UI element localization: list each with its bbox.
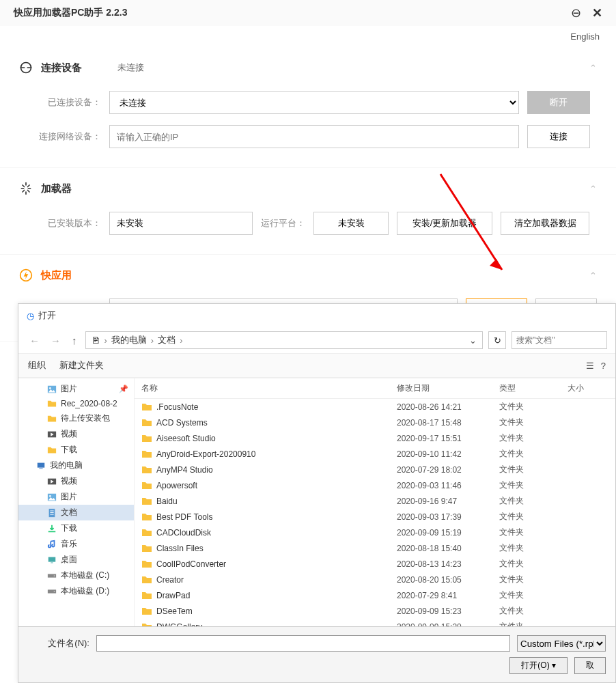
collapse-icon[interactable]: ⌃	[589, 63, 597, 73]
collapse-icon[interactable]: ⌃	[589, 270, 597, 281]
sidebar-item-12[interactable]: 本地磁盘 (C:)	[18, 568, 134, 583]
col-size[interactable]: 大小	[568, 382, 608, 394]
sidebar-item-label: 待上传安装包	[61, 413, 110, 424]
file-row[interactable]: Aiseesoft Studio2020-09-17 15:51文件夹	[135, 430, 615, 446]
sidebar-item-7[interactable]: 图片	[18, 489, 134, 505]
file-row[interactable]: ACD Systems2020-08-17 15:48文件夹	[135, 415, 615, 430]
sidebar-item-5[interactable]: 我的电脑	[18, 458, 134, 473]
sidebar-item-4[interactable]: 下载	[18, 442, 134, 458]
sidebar-item-label: Rec_2020-08-2	[61, 399, 117, 408]
collapse-icon[interactable]: ⌃	[589, 184, 597, 194]
breadcrumb-dropdown-icon[interactable]: ⌄	[469, 335, 477, 346]
quickapp-icon	[19, 268, 33, 282]
svg-point-28	[54, 591, 55, 592]
open-button[interactable]: 打开(O) ▾	[509, 657, 568, 674]
file-modified: 2020-08-17 15:48	[397, 418, 499, 428]
folder-icon	[141, 574, 152, 585]
sidebar-item-11[interactable]: 桌面	[18, 552, 134, 568]
breadcrumb-2[interactable]: 文档	[158, 334, 176, 346]
dl-icon	[47, 524, 57, 533]
language-toggle[interactable]: English	[570, 31, 600, 42]
file-row[interactable]: DrawPad2020-07-29 8:41文件夹	[135, 587, 615, 603]
file-modified: 2020-09-03 17:39	[397, 512, 499, 522]
file-row[interactable]: CADCloudDisk2020-09-09 15:19文件夹	[135, 525, 615, 540]
sidebar-item-label: 本地磁盘 (D:)	[61, 585, 109, 597]
file-modified: 2020-07-29 18:02	[397, 465, 499, 475]
file-row[interactable]: AnyMP4 Studio2020-07-29 18:02文件夹	[135, 462, 615, 477]
file-name: Aiseesoft Studio	[156, 434, 397, 443]
file-name: ClassIn Files	[156, 544, 397, 553]
file-row[interactable]: DWGGallery2020-09-09 15:20文件夹	[135, 619, 615, 626]
install-update-button[interactable]: 安装/更新加载器	[397, 212, 492, 235]
file-name: .FocusNote	[156, 402, 397, 412]
sidebar-item-13[interactable]: 本地磁盘 (D:)	[18, 583, 134, 599]
col-type[interactable]: 类型	[499, 382, 568, 394]
file-row[interactable]: Apowersoft2020-09-03 11:46文件夹	[135, 477, 615, 493]
connect-button[interactable]: 连接	[527, 125, 590, 148]
forward-button[interactable]: →	[48, 333, 64, 348]
sidebar-item-0[interactable]: 图片📌	[18, 381, 134, 397]
sidebar-item-label: 下载	[61, 444, 77, 456]
search-input[interactable]	[512, 331, 607, 349]
file-name: AnyDroid-Export-20200910	[156, 449, 397, 459]
view-mode-button[interactable]: ☰	[586, 361, 594, 371]
new-folder-button[interactable]: 新建文件夹	[59, 359, 104, 372]
organize-menu[interactable]: 组织	[28, 359, 46, 372]
network-ip-input[interactable]	[109, 125, 519, 148]
file-type: 文件夹	[499, 511, 568, 522]
close-icon[interactable]: ✕	[592, 5, 602, 20]
file-type: 文件夹	[499, 479, 568, 491]
not-installed-button[interactable]: 未安装	[313, 212, 389, 235]
minimize-icon[interactable]: ⊖	[571, 5, 581, 20]
file-filter-select[interactable]: Custom Files (*.rpk)	[517, 635, 606, 652]
file-row[interactable]: Best PDF Tools2020-09-03 17:39文件夹	[135, 509, 615, 525]
connected-device-select[interactable]: 未连接	[109, 91, 519, 114]
sidebar-item-3[interactable]: 视频	[18, 426, 134, 442]
file-row[interactable]: CoolIPodConverter2020-08-13 14:23文件夹	[135, 556, 615, 572]
svg-rect-22	[48, 531, 56, 532]
network-device-label: 连接网络设备：	[19, 130, 101, 143]
svg-line-6	[28, 191, 30, 193]
col-modified[interactable]: 修改日期	[397, 382, 499, 394]
filename-label: 文件名(N):	[28, 637, 89, 650]
file-name: ACD Systems	[156, 418, 397, 428]
file-modified: 2020-08-20 15:05	[397, 575, 499, 585]
clear-data-button[interactable]: 清空加载器数据	[501, 212, 589, 235]
help-button[interactable]: ?	[601, 361, 606, 371]
sidebar-item-1[interactable]: Rec_2020-08-2	[18, 397, 134, 410]
sidebar-item-2[interactable]: 待上传安装包	[18, 410, 134, 426]
cancel-button[interactable]: 取	[574, 657, 606, 674]
file-row[interactable]: AnyDroid-Export-202009102020-09-10 11:42…	[135, 446, 615, 462]
file-modified: 2020-07-29 8:41	[397, 591, 499, 600]
sidebar-item-10[interactable]: 音乐	[18, 536, 134, 552]
file-row[interactable]: ClassIn Files2020-08-18 15:40文件夹	[135, 540, 615, 556]
file-type: 文件夹	[499, 621, 568, 626]
file-row[interactable]: DSeeTem2020-09-09 15:23文件夹	[135, 603, 615, 619]
file-modified: 2020-08-13 14:23	[397, 559, 499, 569]
file-row[interactable]: Baidu2020-09-16 9:47文件夹	[135, 493, 615, 509]
installed-version-label: 已安装版本：	[19, 217, 101, 229]
file-type: 文件夹	[499, 574, 568, 585]
loader-title: 加载器	[41, 182, 72, 195]
sidebar-item-9[interactable]: 下载	[18, 520, 134, 536]
refresh-button[interactable]: ↻	[488, 331, 506, 349]
file-type: 文件夹	[499, 417, 568, 428]
folder-icon	[141, 512, 152, 522]
loader-section: 加载器 ⌃ 已安装版本： 运行平台： 未安装 安装/更新加载器 清空加载器数据	[0, 168, 616, 255]
folder-icon	[141, 464, 152, 475]
sidebar-item-label: 本地磁盘 (C:)	[61, 570, 109, 581]
file-type: 文件夹	[499, 558, 568, 570]
back-button[interactable]: ←	[27, 333, 42, 348]
file-row[interactable]: Creator2020-08-20 15:05文件夹	[135, 572, 615, 587]
video-icon	[47, 430, 57, 439]
breadcrumb-1[interactable]: 我的电脑	[111, 334, 147, 346]
col-name[interactable]: 名称	[141, 382, 397, 394]
file-row[interactable]: .FocusNote2020-08-26 14:21文件夹	[135, 399, 615, 415]
breadcrumb-bar[interactable]: 🖹› 我的电脑› 文档› ⌄	[85, 331, 484, 349]
sidebar-item-8[interactable]: 文档	[18, 505, 134, 520]
file-name: Apowersoft	[156, 481, 397, 490]
sidebar-item-6[interactable]: 视频	[18, 473, 134, 489]
up-button[interactable]: ↑	[69, 333, 80, 348]
filename-input[interactable]	[96, 635, 510, 652]
disconnect-button[interactable]: 断开	[527, 91, 590, 114]
